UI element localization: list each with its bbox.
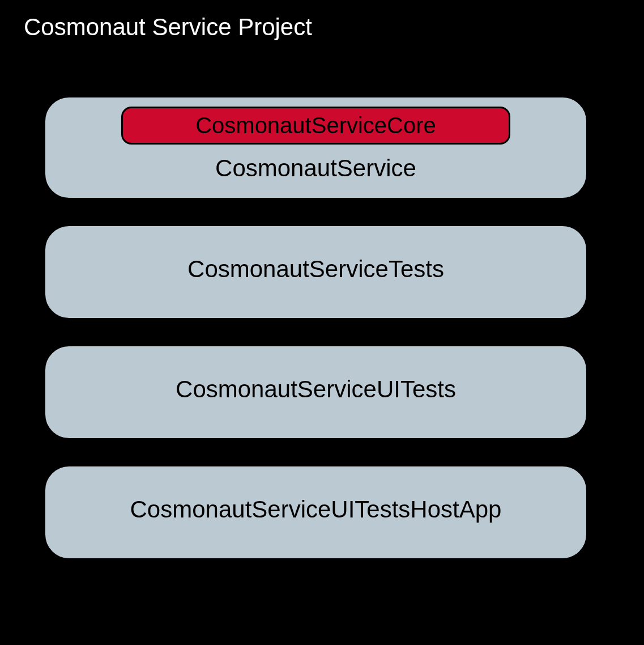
diagram-title: Cosmonaut Service Project [24,14,312,41]
core-badge: CosmonautServiceCore [121,107,510,145]
module-label-uitests-hostapp: CosmonautServiceUITestsHostApp [130,496,502,523]
module-label-service: CosmonautService [215,155,416,182]
core-badge-label: CosmonautServiceCore [195,113,436,138]
module-label-tests: CosmonautServiceTests [187,256,444,283]
module-box-uitests-hostapp: CosmonautServiceUITestsHostApp [44,465,587,559]
module-box-uitests: CosmonautServiceUITests [44,345,587,439]
module-box-service: CosmonautServiceCore CosmonautService [44,96,587,199]
module-box-tests: CosmonautServiceTests [44,225,587,319]
module-label-uitests: CosmonautServiceUITests [176,376,456,403]
modules-container: CosmonautServiceCore CosmonautService Co… [44,96,587,559]
